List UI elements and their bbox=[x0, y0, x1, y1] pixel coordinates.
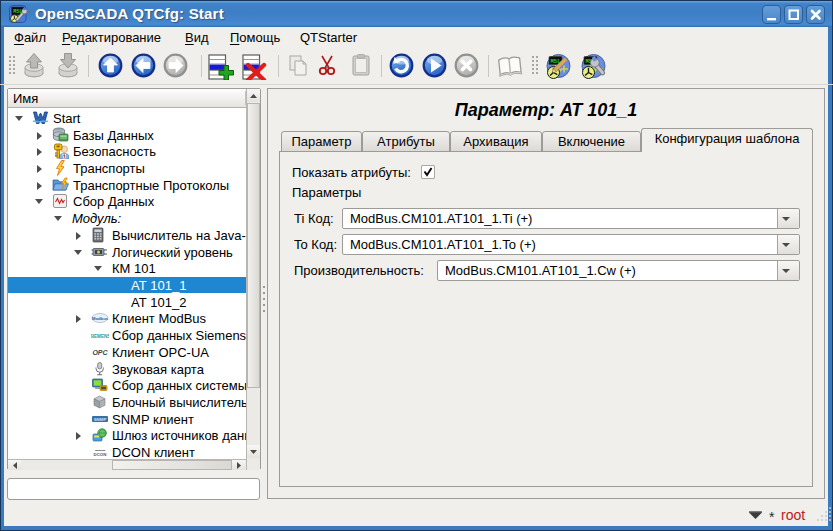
svg-text:OPC: OPC bbox=[92, 349, 108, 356]
svg-text:DCON: DCON bbox=[94, 452, 107, 457]
svg-text:SIEMENS: SIEMENS bbox=[91, 334, 109, 339]
svg-text:SNMP: SNMP bbox=[94, 417, 107, 422]
svg-text:Modbus: Modbus bbox=[92, 316, 109, 321]
